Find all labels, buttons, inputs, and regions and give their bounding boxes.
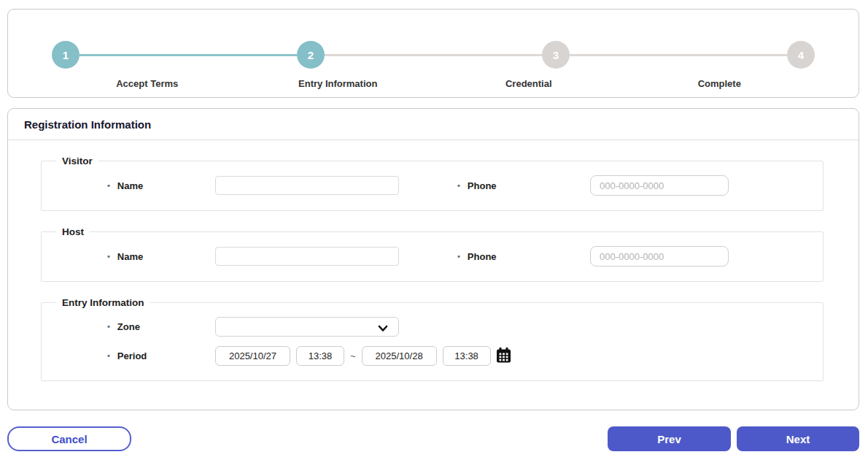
- entry-information-section: Entry Information Zone Period ~: [41, 297, 824, 381]
- registration-panel: Registration Information Visitor Name Ph…: [7, 108, 859, 410]
- stepper-labels: Accept Terms Entry Information Credentia…: [8, 78, 859, 89]
- step-connector-2-3: [325, 54, 542, 56]
- period-end-time-input[interactable]: [443, 346, 491, 366]
- stepper-panel: 1 2 3 4 Accept Terms Entry Information C…: [7, 9, 859, 98]
- page-title: Registration Information: [8, 109, 859, 140]
- host-name-label: Name: [107, 251, 215, 262]
- period-start-time-input[interactable]: [296, 346, 344, 366]
- host-phone-input[interactable]: [590, 246, 729, 267]
- step-circle-entry-information: 2: [297, 41, 325, 69]
- period-separator: ~: [350, 350, 356, 361]
- zone-label: Zone: [107, 321, 215, 332]
- cancel-button[interactable]: Cancel: [7, 426, 131, 451]
- step-label-accept-terms: Accept Terms: [52, 78, 243, 89]
- host-section-legend: Host: [56, 226, 90, 237]
- stepper-track: 1 2 3 4: [8, 41, 859, 69]
- step-circle-credential: 3: [542, 41, 570, 69]
- zone-select[interactable]: [215, 317, 399, 337]
- chevron-down-icon: [378, 323, 388, 336]
- step-label-entry-information: Entry Information: [243, 78, 434, 89]
- step-connector-1-2: [80, 54, 297, 56]
- period-label: Period: [107, 350, 215, 361]
- next-button[interactable]: Next: [737, 426, 859, 451]
- step-connector-3-4: [570, 54, 787, 56]
- visitor-name-label: Name: [107, 180, 215, 191]
- host-name-input[interactable]: [215, 247, 399, 266]
- step-circle-complete: 4: [787, 41, 815, 69]
- visitor-name-input[interactable]: [215, 176, 399, 195]
- visitor-section: Visitor Name Phone: [41, 156, 824, 211]
- host-phone-label: Phone: [457, 251, 590, 262]
- step-label-credential: Credential: [433, 78, 624, 89]
- visitor-phone-label: Phone: [457, 180, 590, 191]
- period-end-date-input[interactable]: [362, 346, 437, 366]
- entry-information-section-legend: Entry Information: [56, 297, 150, 308]
- step-circle-accept-terms: 1: [52, 41, 80, 69]
- step-label-complete: Complete: [624, 78, 815, 89]
- calendar-picker-button[interactable]: [497, 348, 511, 365]
- host-section: Host Name Phone: [41, 226, 824, 282]
- period-start-date-input[interactable]: [215, 346, 290, 366]
- prev-button[interactable]: Prev: [608, 426, 731, 451]
- visitor-phone-input[interactable]: [590, 175, 729, 196]
- visitor-section-legend: Visitor: [56, 156, 98, 166]
- calendar-icon: [497, 348, 511, 365]
